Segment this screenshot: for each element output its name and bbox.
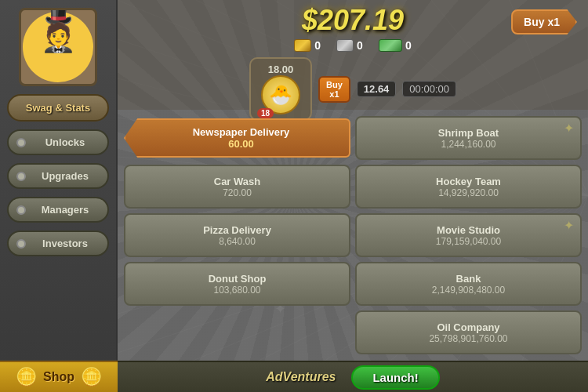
- chick-price: 12.64: [357, 81, 397, 97]
- shrimp-boat-card[interactable]: ✦ Shrimp Boat 1,244,160.00: [355, 116, 582, 160]
- avatar: 🎩 🤵: [19, 8, 97, 86]
- empty-slot: [124, 310, 350, 354]
- sidebar-item-investors[interactable]: Investors: [7, 230, 109, 256]
- car-wash-card[interactable]: Car Wash 720.00: [124, 165, 350, 209]
- bank-price: 2,149,908,480.00: [432, 285, 505, 296]
- launch-button[interactable]: Launch!: [351, 365, 439, 390]
- oil-company-card[interactable]: Oil Company 25,798,901,760.00: [355, 310, 582, 354]
- shop-button[interactable]: 🪙 Shop 🪙: [0, 361, 118, 392]
- donut-price: 103,680.00: [213, 285, 260, 296]
- sidebar-item-upgrades[interactable]: Upgrades: [7, 163, 109, 189]
- ticket-icon: [336, 39, 354, 52]
- shrimp-name: Shrimp Boat: [438, 127, 499, 139]
- movie-name: Movie Studio: [437, 224, 500, 236]
- shop-icon-right: 🪙: [81, 367, 102, 387]
- movie-studio-card[interactable]: ✦ Movie Studio 179,159,040.00: [355, 213, 582, 257]
- gold-currency: 0: [294, 39, 321, 52]
- gold-icon: [294, 39, 311, 52]
- cash-currency: 0: [379, 39, 412, 52]
- swag-stats-button[interactable]: Swag & Stats: [7, 94, 109, 122]
- nav-dot: [16, 205, 26, 215]
- buy-chick-button[interactable]: Buy x1: [318, 76, 350, 103]
- character-face: 🎩 🤵: [23, 12, 93, 82]
- oil-name: Oil Company: [437, 321, 499, 333]
- ticket-currency: 0: [336, 39, 363, 52]
- chick-timer: 00:00:00: [402, 81, 456, 97]
- buy-x1-button[interactable]: Buy x1: [511, 9, 577, 34]
- sidebar-item-managers[interactable]: Managers: [7, 197, 109, 223]
- sidebar: 🎩 🤵 Swag & Stats Unlocks Upgrades Manage…: [0, 0, 118, 361]
- car-wash-price: 720.00: [223, 187, 252, 198]
- newspaper-delivery-card[interactable]: Newspaper Delivery 60.00: [124, 116, 350, 160]
- hockey-price: 14,929,920.00: [438, 187, 499, 198]
- nav-dot: [16, 138, 26, 147]
- bank-name: Bank: [456, 273, 481, 285]
- movie-price: 179,159,040.00: [436, 236, 501, 247]
- cash-icon: [379, 39, 402, 52]
- shop-icon: 🪙: [16, 367, 37, 387]
- sidebar-item-unlocks[interactable]: Unlocks: [7, 129, 109, 155]
- oil-price: 25,798,901,760.00: [429, 333, 507, 344]
- currency-bar: 0 0 0: [294, 39, 411, 52]
- shrimp-price: 1,244,160.00: [441, 139, 495, 150]
- donut-shop-card[interactable]: Donut Shop 103,680.00: [124, 262, 350, 306]
- hockey-team-card[interactable]: Hockey Team 14,929,920.00: [355, 165, 582, 209]
- nav-dot: [16, 172, 26, 181]
- car-wash-name: Car Wash: [214, 176, 260, 187]
- chick-level: 18.00: [268, 64, 294, 75]
- nav-dot: [16, 239, 26, 249]
- pizza-name: Pizza Delivery: [203, 224, 271, 236]
- hockey-name: Hockey Team: [436, 176, 501, 187]
- pizza-delivery-card[interactable]: Pizza Delivery 8,640.00: [124, 213, 350, 257]
- adventures-label: AdVentures: [266, 370, 336, 384]
- donut-name: Donut Shop: [209, 273, 267, 285]
- pizza-price: 8,640.00: [219, 236, 256, 247]
- bottom-bar: AdVentures Launch!: [118, 361, 588, 392]
- chick-icon-container: 🐣 18: [261, 75, 300, 114]
- bank-card[interactable]: Bank 2,149,908,480.00: [355, 262, 582, 306]
- money-display: $207.19: [302, 4, 404, 37]
- business-grid: Newspaper Delivery 60.00 Car Wash 720.00…: [118, 110, 588, 361]
- newspaper-price: 60.00: [147, 138, 335, 150]
- star-decoration-2: ✦: [564, 218, 574, 233]
- star-decoration: ✦: [564, 121, 574, 136]
- newspaper-name: Newspaper Delivery: [147, 126, 335, 138]
- newspaper-arrow-tag[interactable]: Newspaper Delivery 60.00: [124, 118, 350, 158]
